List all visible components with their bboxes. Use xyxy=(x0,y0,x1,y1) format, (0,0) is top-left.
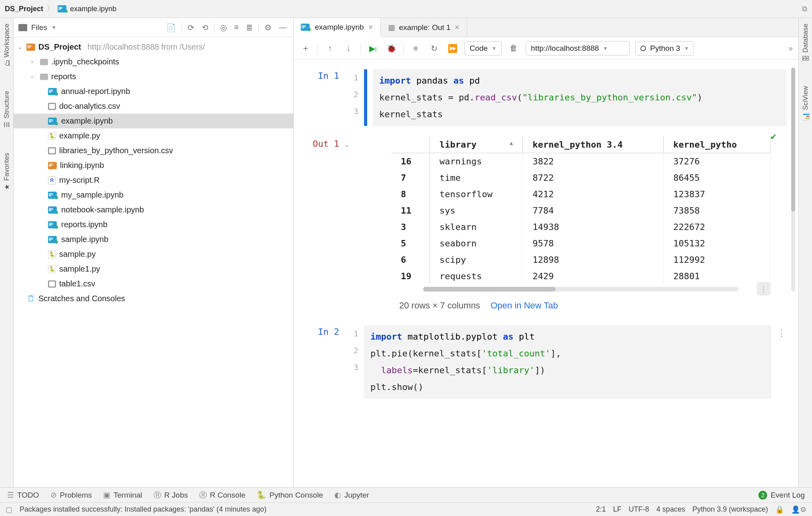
tree-item[interactable]: linking.ipynb xyxy=(14,158,293,173)
delete-cell-icon[interactable]: 🗑 xyxy=(507,42,520,55)
code-editor[interactable]: import pandas as pd kernel_stats = pd.re… xyxy=(373,69,786,126)
tree-item[interactable]: my-script.R xyxy=(14,173,293,188)
ide-settings-icon[interactable]: 👤⚙ xyxy=(791,505,806,514)
twisty-icon[interactable]: › xyxy=(31,74,37,80)
lock-icon[interactable]: 🔒 xyxy=(775,505,784,514)
table-header[interactable]: kernel_pytho xyxy=(664,136,770,153)
code-cell-1[interactable]: In 1 123 import pandas as pd kernel_stat… xyxy=(307,69,786,126)
table-row[interactable]: 16 warnings 3822 37276 xyxy=(391,153,770,170)
status-interpreter[interactable]: Python 3.9 (workspace) xyxy=(692,505,768,514)
tree-item[interactable]: example.py xyxy=(14,128,293,143)
tw-r-console[interactable]: ⓇR Console xyxy=(199,490,246,500)
rail-sciview[interactable]: 📊SciView xyxy=(802,84,810,123)
status-line-sep[interactable]: LF xyxy=(613,505,622,514)
code-editor[interactable]: import matplotlib.pyplot as plt plt.pie(… xyxy=(364,325,771,399)
table-row[interactable]: 3 sklearn 14938 222672 xyxy=(391,219,770,235)
tw-jupyter[interactable]: ◐Jupyter xyxy=(334,490,369,500)
status-tool-windows-icon[interactable]: ▢ xyxy=(6,505,12,514)
hide-pane-icon[interactable]: — xyxy=(277,22,288,33)
tree-item[interactable]: notebook-sample.ipynb xyxy=(14,202,293,217)
expand-all-icon[interactable]: ≡ xyxy=(232,22,240,33)
tree-root[interactable]: ⌄ DS_Project http://localhost:8888 from … xyxy=(14,40,293,54)
tree-item[interactable]: › .ipynb_checkpoints xyxy=(14,54,293,69)
locate-icon[interactable]: ◎ xyxy=(218,22,228,33)
tree-item[interactable]: my_sample.ipynb xyxy=(14,188,293,202)
rail-favorites[interactable]: ★Favorites xyxy=(3,150,11,194)
table-row[interactable]: 5 seaborn 9578 105132 xyxy=(391,235,770,252)
debug-icon[interactable]: 🐞 xyxy=(385,42,398,55)
rail-workspace[interactable]: 🗂Workspace xyxy=(3,21,11,69)
twisty-icon[interactable]: › xyxy=(31,59,37,65)
run-cell-icon[interactable]: ▶ꟾ xyxy=(366,42,379,55)
sort-indicator-icon[interactable]: ▲ xyxy=(510,140,513,146)
close-tab-icon[interactable]: ✕ xyxy=(454,24,460,31)
tree-item[interactable]: example.ipynb xyxy=(14,114,293,128)
toolbar-overflow-icon[interactable]: » xyxy=(788,44,793,53)
run-all-icon[interactable]: ⏩ xyxy=(446,42,459,55)
tw-event-log[interactable]: 2Event Log xyxy=(758,491,805,500)
vertical-scrollbar[interactable] xyxy=(791,68,795,292)
editor-tab[interactable]: example.ipynb ✕ xyxy=(294,18,381,37)
tree-item[interactable]: doc-analytics.csv xyxy=(14,99,293,114)
table-row[interactable]: 8 tensorflow 4212 123837 xyxy=(391,186,770,202)
status-encoding[interactable]: UTF-8 xyxy=(629,505,649,514)
close-tab-icon[interactable]: ✕ xyxy=(368,24,373,31)
cell-more-actions-icon[interactable]: ⋮ xyxy=(777,328,786,399)
dataframe-table[interactable]: library▲kernel_python 3.4kernel_pytho 16… xyxy=(391,136,770,284)
horizontal-scrollbar[interactable] xyxy=(423,287,738,292)
table-header[interactable]: library▲ xyxy=(430,136,523,153)
add-cell-icon[interactable]: ＋ xyxy=(299,42,312,55)
tree-item[interactable]: table1.csv xyxy=(14,276,293,291)
rail-database[interactable]: 🗄Database xyxy=(802,21,810,64)
editor-tab[interactable]: ▦example: Out 1 ✕ xyxy=(381,18,468,37)
table-row[interactable]: 7 time 8722 86455 xyxy=(391,170,770,186)
status-indent[interactable]: 4 spaces xyxy=(656,505,685,514)
status-caret-pos[interactable]: 2:1 xyxy=(596,505,606,514)
code-cell-2[interactable]: In 2 123 import matplotlib.pyplot as plt… xyxy=(307,325,786,399)
table-row[interactable]: 19 requests 2429 28801 xyxy=(391,268,770,284)
tree-scratches[interactable]: 🗒 Scratches and Consoles xyxy=(14,291,293,306)
open-in-new-window-icon[interactable]: ⧉ xyxy=(802,5,807,13)
table-row[interactable]: 11 sys 7784 73858 xyxy=(391,202,770,219)
project-view-icon[interactable] xyxy=(18,24,27,31)
reload-down-icon[interactable]: ⟲ xyxy=(200,22,210,33)
breadcrumb-file[interactable]: example.ipynb xyxy=(70,5,116,13)
tw-python-console[interactable]: 🐍Python Console xyxy=(256,490,323,500)
table-header[interactable]: kernel_python 3.4 xyxy=(523,136,664,153)
tree-item[interactable]: annual-report.ipynb xyxy=(14,84,293,99)
tree-item[interactable]: sample1.py xyxy=(14,262,293,276)
tree-item[interactable]: libraries_by_python_version.csv xyxy=(14,143,293,158)
twisty-icon[interactable]: ⌄ xyxy=(18,44,23,50)
rail-structure[interactable]: ☰Structure xyxy=(3,88,11,131)
project-view-selector[interactable]: Files xyxy=(31,23,47,32)
tree-item[interactable]: reports.ipynb xyxy=(14,217,293,232)
settings-gear-icon[interactable]: ⚙ xyxy=(263,22,273,33)
sync-icon[interactable]: ⟳ xyxy=(186,22,196,33)
open-in-new-tab-link[interactable]: Open in New Tab xyxy=(491,300,558,310)
table-header[interactable] xyxy=(391,136,430,153)
collapse-all-icon[interactable]: ≣ xyxy=(244,22,254,33)
breadcrumb-project[interactable]: DS_Project xyxy=(5,5,43,13)
restart-kernel-icon[interactable]: ↻ xyxy=(428,42,440,55)
tree-item[interactable]: › reports xyxy=(14,69,293,84)
new-file-icon[interactable]: 📄 xyxy=(164,22,178,33)
breadcrumb[interactable]: DS_Project 〉 example.ipynb xyxy=(5,3,116,15)
tree-item[interactable]: sample.py xyxy=(14,247,293,262)
notebook-editor[interactable]: ✔ In 1 123 import pandas as pd kernel_st… xyxy=(294,60,798,487)
project-tree[interactable]: ⌄ DS_Project http://localhost:8888 from … xyxy=(14,37,293,308)
tw-problems[interactable]: ⊘Problems xyxy=(50,490,92,500)
tw-terminal[interactable]: ▣Terminal xyxy=(103,490,142,500)
cell-type-selector[interactable]: Code▼ xyxy=(464,41,502,56)
collapse-output-icon[interactable]: ⌄ xyxy=(345,136,354,311)
tw-r-jobs[interactable]: ⓇR Jobs xyxy=(154,490,188,500)
server-selector[interactable]: http://localhost:8888▼ xyxy=(526,41,630,56)
kernel-selector[interactable]: Python 3▼ xyxy=(635,41,694,56)
tree-item[interactable]: sample.ipynb xyxy=(14,232,293,247)
stop-icon[interactable]: ■ xyxy=(409,42,422,55)
table-row[interactable]: 6 scipy 12898 112992 xyxy=(391,252,770,268)
output-more-actions-icon[interactable]: ⋮ xyxy=(757,282,770,296)
move-cell-up-icon[interactable]: ↑ xyxy=(324,42,336,55)
chevron-down-icon[interactable]: ▼ xyxy=(51,24,56,30)
tw-todo[interactable]: ☰TODO xyxy=(7,490,39,500)
move-cell-down-icon[interactable]: ↓ xyxy=(342,42,355,55)
